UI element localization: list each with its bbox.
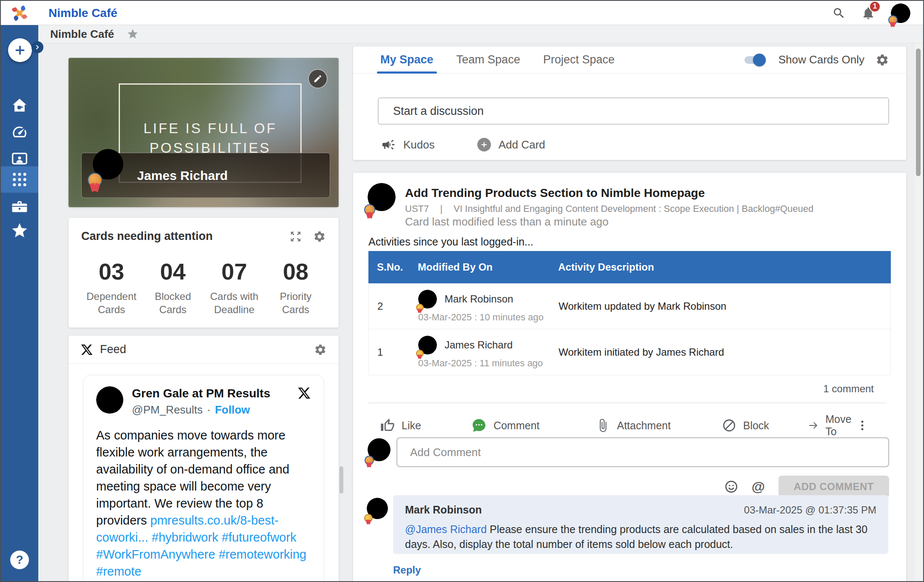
user-avatar[interactable] — [891, 3, 910, 23]
scrollbar-thumb[interactable] — [916, 48, 921, 176]
help-button[interactable]: ? — [10, 551, 29, 569]
workitem-title[interactable]: Add Trending Products Section to Nimble … — [405, 186, 705, 200]
favorite-star-icon[interactable] — [127, 28, 139, 40]
medal-badge — [364, 204, 375, 215]
gear-icon[interactable] — [876, 53, 889, 67]
edit-banner-button[interactable] — [308, 69, 328, 88]
comment-count[interactable]: 1 comment — [823, 383, 874, 395]
like-button[interactable]: Like — [380, 418, 421, 433]
kebab-menu-icon — [856, 419, 869, 432]
gear-icon[interactable] — [314, 343, 327, 356]
block-button[interactable]: Block — [722, 418, 769, 433]
banner-user-card: James Richard — [81, 153, 330, 198]
row-date: 03-Mar-2025 : 10 minutes ago — [418, 312, 559, 323]
quote-line-1: LIFE IS FULL OF — [120, 119, 300, 138]
composer-avatar — [368, 438, 391, 461]
mention-link[interactable]: @James Richard — [405, 523, 487, 535]
workitem-owner-avatar — [368, 183, 396, 211]
arrow-right-icon — [808, 419, 818, 432]
tweet-card[interactable]: Gren Gale at PM Results @PM_Results · Fo… — [83, 375, 324, 582]
x-logo-icon — [80, 343, 93, 356]
follow-button[interactable]: Follow — [215, 403, 250, 417]
medal-badge — [365, 456, 374, 465]
separator-dot: · — [207, 403, 211, 417]
sidebar-expand-chevron-icon[interactable] — [31, 41, 43, 53]
search-icon[interactable] — [832, 6, 846, 20]
breadcrumb-bar: Nimble Café — [38, 25, 923, 43]
emoji-icon[interactable] — [724, 480, 738, 494]
notification-badge: 1 — [869, 1, 881, 12]
gear-icon[interactable] — [313, 230, 326, 243]
space-panel: My Space Team Space Project Space Show C… — [353, 46, 906, 160]
medal-badge — [416, 304, 424, 311]
add-card-label: Add Card — [499, 138, 545, 151]
expand-icon[interactable] — [289, 230, 302, 243]
paperclip-icon — [596, 418, 610, 433]
workitem-id: UST7 — [405, 203, 429, 214]
show-cards-only-toggle[interactable] — [744, 56, 764, 64]
sidebar-item-apps[interactable] — [1, 166, 38, 193]
attachment-button[interactable]: Attachment — [596, 418, 670, 433]
workitem-feed-card: Add Trending Products Section to Nimble … — [353, 173, 906, 582]
medal-badge — [364, 514, 373, 522]
tab-project-space[interactable]: Project Space — [543, 46, 615, 74]
stat-blocked-cards[interactable]: 04 Blocked Cards — [143, 258, 203, 316]
stat-cards-with-deadline[interactable]: 07 Cards with Deadline — [204, 258, 265, 316]
kudos-button[interactable]: Kudos — [381, 137, 435, 152]
table-row[interactable]: 1 James Richard 03-Mar-2025 : 11 minutes… — [368, 329, 891, 375]
comment-body: @James Richard Please ensure the trendin… — [405, 522, 876, 552]
tab-my-space[interactable]: My Space — [380, 46, 433, 74]
workitem-meta: UST7 | VI Insightful and Engaging Conten… — [405, 203, 813, 214]
activity-table-header: S.No. Modified By On Activity Descriptio… — [368, 251, 891, 283]
activity-table: S.No. Modified By On Activity Descriptio… — [368, 251, 891, 375]
x-logo-icon[interactable] — [297, 386, 311, 400]
sidebar-item-home[interactable] — [1, 92, 38, 119]
activities-heading: Activities since you last logged-in... — [368, 236, 533, 248]
tab-team-space[interactable]: Team Space — [456, 46, 520, 74]
tweet-text: As companies move towards more flexible … — [96, 427, 311, 580]
banner-user-name: James Richard — [137, 168, 228, 183]
card-actions-bar: Like Comment Attachment Block Move To — [380, 412, 869, 439]
sidebar-item-dashboard[interactable] — [1, 119, 38, 145]
mention-icon[interactable]: @ — [752, 479, 765, 495]
move-to-button[interactable]: Move To — [808, 413, 856, 438]
stat-priority-cards[interactable]: 08 Priority Cards — [265, 258, 326, 316]
profile-banner-widget: LIFE IS FULL OF POSSIBILITIES James Rich… — [68, 58, 339, 207]
comment-bubble-icon — [471, 418, 487, 433]
x-feed-widget: Feed Gren Gale at PM Results @PM_Results… — [68, 336, 339, 582]
separator: | — [440, 203, 442, 214]
start-discussion-input[interactable] — [378, 97, 889, 125]
brand-logo[interactable] — [1, 1, 38, 25]
tweet-author-name: Gren Gale at PM Results — [132, 386, 270, 401]
cards-needing-attention-widget: Cards needing attention 03 Dependent Car… — [68, 218, 339, 328]
sidebar-nav: ? — [1, 25, 38, 581]
left-column-scrollbar-thumb[interactable] — [339, 466, 343, 494]
comment-item: Mark Robinson 03-Mar-2025 @ 01:37:35 PM … — [393, 495, 888, 554]
page-scrollbar[interactable] — [915, 43, 922, 580]
stat-dependent-cards[interactable]: 03 Dependent Cards — [81, 258, 142, 316]
notifications-bell-icon[interactable]: 1 — [861, 6, 876, 20]
more-options-button[interactable] — [856, 419, 869, 432]
add-comment-button[interactable]: ADD COMMENT — [779, 476, 889, 498]
comment-label: Comment — [493, 419, 539, 432]
thumbs-up-icon — [380, 418, 395, 433]
add-comment-input[interactable] — [396, 437, 889, 467]
tweet-author-handle[interactable]: @PM_Results — [132, 403, 203, 417]
kudos-label: Kudos — [403, 138, 435, 151]
comment-author: Mark Robinson — [405, 504, 482, 516]
add-button[interactable] — [8, 38, 32, 62]
comment-button[interactable]: Comment — [471, 418, 539, 433]
add-card-button[interactable]: Add Card — [477, 138, 545, 151]
move-to-label: Move To — [825, 413, 856, 438]
banner-avatar — [93, 149, 123, 180]
breadcrumb: Nimble Café — [50, 28, 114, 41]
comment-timestamp: 03-Mar-2025 @ 01:37:35 PM — [744, 504, 876, 516]
workitem-modified-note: Card last modified less than a minute ag… — [405, 215, 608, 228]
sidebar-item-favorites[interactable] — [1, 217, 38, 244]
row-avatar — [418, 336, 437, 354]
table-row[interactable]: 2 Mark Robinson 03-Mar-2025 : 10 minutes… — [368, 283, 891, 329]
medal-badge — [416, 350, 424, 357]
reply-button[interactable]: Reply — [393, 564, 421, 576]
row-avatar — [418, 290, 437, 308]
sidebar-item-workspace[interactable] — [1, 194, 38, 220]
